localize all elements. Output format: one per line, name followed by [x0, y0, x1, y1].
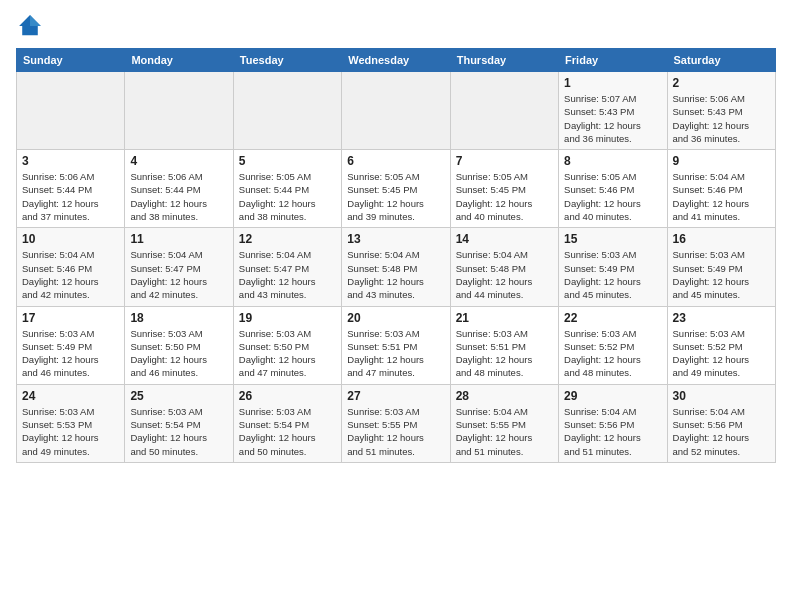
day-info: Sunrise: 5:03 AMSunset: 5:49 PMDaylight:… — [673, 248, 770, 301]
calendar-cell: 30Sunrise: 5:04 AMSunset: 5:56 PMDayligh… — [667, 384, 775, 462]
day-info: Sunrise: 5:05 AMSunset: 5:45 PMDaylight:… — [456, 170, 553, 223]
calendar-cell: 29Sunrise: 5:04 AMSunset: 5:56 PMDayligh… — [559, 384, 667, 462]
calendar-cell: 26Sunrise: 5:03 AMSunset: 5:54 PMDayligh… — [233, 384, 341, 462]
day-info: Sunrise: 5:04 AMSunset: 5:55 PMDaylight:… — [456, 405, 553, 458]
day-number: 2 — [673, 76, 770, 90]
calendar-week-5: 24Sunrise: 5:03 AMSunset: 5:53 PMDayligh… — [17, 384, 776, 462]
day-info: Sunrise: 5:03 AMSunset: 5:50 PMDaylight:… — [130, 327, 227, 380]
day-info: Sunrise: 5:03 AMSunset: 5:55 PMDaylight:… — [347, 405, 444, 458]
calendar-cell — [125, 72, 233, 150]
calendar-cell: 27Sunrise: 5:03 AMSunset: 5:55 PMDayligh… — [342, 384, 450, 462]
day-info: Sunrise: 5:04 AMSunset: 5:48 PMDaylight:… — [347, 248, 444, 301]
day-number: 23 — [673, 311, 770, 325]
calendar-cell — [450, 72, 558, 150]
calendar-cell: 15Sunrise: 5:03 AMSunset: 5:49 PMDayligh… — [559, 228, 667, 306]
weekday-header-row: SundayMondayTuesdayWednesdayThursdayFrid… — [17, 49, 776, 72]
calendar-cell: 4Sunrise: 5:06 AMSunset: 5:44 PMDaylight… — [125, 150, 233, 228]
day-info: Sunrise: 5:03 AMSunset: 5:53 PMDaylight:… — [22, 405, 119, 458]
day-info: Sunrise: 5:03 AMSunset: 5:54 PMDaylight:… — [130, 405, 227, 458]
day-number: 4 — [130, 154, 227, 168]
calendar-cell: 12Sunrise: 5:04 AMSunset: 5:47 PMDayligh… — [233, 228, 341, 306]
calendar-cell: 9Sunrise: 5:04 AMSunset: 5:46 PMDaylight… — [667, 150, 775, 228]
day-number: 30 — [673, 389, 770, 403]
day-number: 26 — [239, 389, 336, 403]
day-number: 29 — [564, 389, 661, 403]
calendar-cell: 10Sunrise: 5:04 AMSunset: 5:46 PMDayligh… — [17, 228, 125, 306]
day-number: 16 — [673, 232, 770, 246]
day-info: Sunrise: 5:04 AMSunset: 5:46 PMDaylight:… — [22, 248, 119, 301]
calendar-cell: 7Sunrise: 5:05 AMSunset: 5:45 PMDaylight… — [450, 150, 558, 228]
calendar-cell: 3Sunrise: 5:06 AMSunset: 5:44 PMDaylight… — [17, 150, 125, 228]
svg-marker-1 — [30, 15, 41, 26]
day-info: Sunrise: 5:03 AMSunset: 5:51 PMDaylight:… — [347, 327, 444, 380]
day-number: 20 — [347, 311, 444, 325]
day-info: Sunrise: 5:03 AMSunset: 5:52 PMDaylight:… — [673, 327, 770, 380]
day-info: Sunrise: 5:06 AMSunset: 5:44 PMDaylight:… — [130, 170, 227, 223]
day-number: 27 — [347, 389, 444, 403]
weekday-header-thursday: Thursday — [450, 49, 558, 72]
logo-icon — [16, 12, 44, 40]
day-number: 17 — [22, 311, 119, 325]
day-info: Sunrise: 5:07 AMSunset: 5:43 PMDaylight:… — [564, 92, 661, 145]
page: SundayMondayTuesdayWednesdayThursdayFrid… — [0, 0, 792, 612]
day-number: 9 — [673, 154, 770, 168]
header — [16, 12, 776, 40]
day-number: 28 — [456, 389, 553, 403]
day-info: Sunrise: 5:05 AMSunset: 5:44 PMDaylight:… — [239, 170, 336, 223]
calendar-week-1: 1Sunrise: 5:07 AMSunset: 5:43 PMDaylight… — [17, 72, 776, 150]
calendar-cell — [17, 72, 125, 150]
day-info: Sunrise: 5:03 AMSunset: 5:49 PMDaylight:… — [564, 248, 661, 301]
day-number: 19 — [239, 311, 336, 325]
calendar-week-2: 3Sunrise: 5:06 AMSunset: 5:44 PMDaylight… — [17, 150, 776, 228]
calendar-week-3: 10Sunrise: 5:04 AMSunset: 5:46 PMDayligh… — [17, 228, 776, 306]
calendar-cell: 16Sunrise: 5:03 AMSunset: 5:49 PMDayligh… — [667, 228, 775, 306]
day-info: Sunrise: 5:04 AMSunset: 5:47 PMDaylight:… — [239, 248, 336, 301]
calendar-cell: 6Sunrise: 5:05 AMSunset: 5:45 PMDaylight… — [342, 150, 450, 228]
weekday-header-wednesday: Wednesday — [342, 49, 450, 72]
day-number: 3 — [22, 154, 119, 168]
day-info: Sunrise: 5:06 AMSunset: 5:43 PMDaylight:… — [673, 92, 770, 145]
calendar-cell — [342, 72, 450, 150]
day-number: 6 — [347, 154, 444, 168]
calendar-cell: 5Sunrise: 5:05 AMSunset: 5:44 PMDaylight… — [233, 150, 341, 228]
calendar-cell: 20Sunrise: 5:03 AMSunset: 5:51 PMDayligh… — [342, 306, 450, 384]
calendar-cell: 23Sunrise: 5:03 AMSunset: 5:52 PMDayligh… — [667, 306, 775, 384]
day-number: 22 — [564, 311, 661, 325]
day-info: Sunrise: 5:04 AMSunset: 5:56 PMDaylight:… — [673, 405, 770, 458]
day-info: Sunrise: 5:04 AMSunset: 5:48 PMDaylight:… — [456, 248, 553, 301]
day-number: 13 — [347, 232, 444, 246]
calendar-week-4: 17Sunrise: 5:03 AMSunset: 5:49 PMDayligh… — [17, 306, 776, 384]
day-number: 11 — [130, 232, 227, 246]
day-number: 1 — [564, 76, 661, 90]
day-number: 15 — [564, 232, 661, 246]
day-number: 14 — [456, 232, 553, 246]
day-number: 18 — [130, 311, 227, 325]
day-info: Sunrise: 5:03 AMSunset: 5:51 PMDaylight:… — [456, 327, 553, 380]
calendar-cell: 14Sunrise: 5:04 AMSunset: 5:48 PMDayligh… — [450, 228, 558, 306]
calendar-cell: 8Sunrise: 5:05 AMSunset: 5:46 PMDaylight… — [559, 150, 667, 228]
calendar-cell: 19Sunrise: 5:03 AMSunset: 5:50 PMDayligh… — [233, 306, 341, 384]
day-number: 10 — [22, 232, 119, 246]
day-info: Sunrise: 5:03 AMSunset: 5:52 PMDaylight:… — [564, 327, 661, 380]
day-number: 5 — [239, 154, 336, 168]
day-number: 12 — [239, 232, 336, 246]
calendar-cell: 24Sunrise: 5:03 AMSunset: 5:53 PMDayligh… — [17, 384, 125, 462]
day-number: 25 — [130, 389, 227, 403]
weekday-header-sunday: Sunday — [17, 49, 125, 72]
calendar-cell: 13Sunrise: 5:04 AMSunset: 5:48 PMDayligh… — [342, 228, 450, 306]
day-number: 7 — [456, 154, 553, 168]
calendar-cell: 22Sunrise: 5:03 AMSunset: 5:52 PMDayligh… — [559, 306, 667, 384]
calendar-cell: 25Sunrise: 5:03 AMSunset: 5:54 PMDayligh… — [125, 384, 233, 462]
day-info: Sunrise: 5:04 AMSunset: 5:47 PMDaylight:… — [130, 248, 227, 301]
calendar: SundayMondayTuesdayWednesdayThursdayFrid… — [16, 48, 776, 463]
weekday-header-saturday: Saturday — [667, 49, 775, 72]
calendar-cell — [233, 72, 341, 150]
calendar-cell: 18Sunrise: 5:03 AMSunset: 5:50 PMDayligh… — [125, 306, 233, 384]
day-info: Sunrise: 5:03 AMSunset: 5:49 PMDaylight:… — [22, 327, 119, 380]
day-info: Sunrise: 5:04 AMSunset: 5:46 PMDaylight:… — [673, 170, 770, 223]
calendar-cell: 17Sunrise: 5:03 AMSunset: 5:49 PMDayligh… — [17, 306, 125, 384]
calendar-cell: 28Sunrise: 5:04 AMSunset: 5:55 PMDayligh… — [450, 384, 558, 462]
day-info: Sunrise: 5:03 AMSunset: 5:54 PMDaylight:… — [239, 405, 336, 458]
day-number: 8 — [564, 154, 661, 168]
calendar-cell: 11Sunrise: 5:04 AMSunset: 5:47 PMDayligh… — [125, 228, 233, 306]
